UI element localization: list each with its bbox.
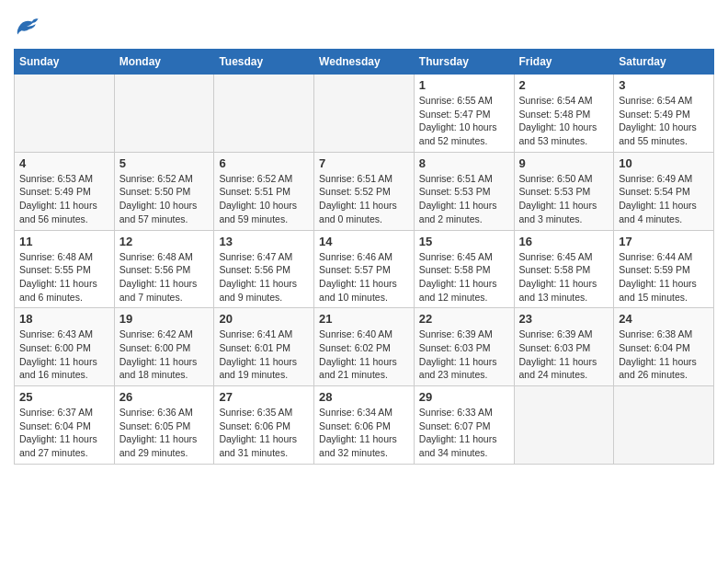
- day-info: Sunrise: 6:50 AMSunset: 5:53 PMDaylight:…: [519, 172, 609, 226]
- table-row: 26Sunrise: 6:36 AMSunset: 6:05 PMDayligh…: [114, 386, 214, 465]
- day-number: 6: [219, 156, 309, 170]
- day-number: 15: [419, 235, 509, 248]
- day-number: 14: [319, 235, 409, 248]
- table-row: 17Sunrise: 6:44 AMSunset: 5:59 PMDayligh…: [614, 230, 714, 308]
- day-info: Sunrise: 6:48 AMSunset: 5:55 PMDaylight:…: [19, 250, 109, 304]
- day-number: 9: [519, 156, 609, 170]
- day-info: Sunrise: 6:52 AMSunset: 5:50 PMDaylight:…: [119, 172, 210, 226]
- day-info: Sunrise: 6:39 AMSunset: 6:03 PMDaylight:…: [519, 327, 609, 382]
- calendar-table: SundayMondayTuesdayWednesdayThursdayFrid…: [14, 49, 714, 465]
- header-row: SundayMondayTuesdayWednesdayThursdayFrid…: [15, 50, 714, 75]
- day-info: Sunrise: 6:42 AMSunset: 6:00 PMDaylight:…: [119, 327, 210, 382]
- day-info: Sunrise: 6:41 AMSunset: 6:01 PMDaylight:…: [219, 327, 309, 382]
- day-number: 18: [19, 312, 109, 326]
- day-number: 10: [619, 156, 709, 170]
- col-header-tuesday: Tuesday: [214, 50, 314, 75]
- week-row-2: 4Sunrise: 6:53 AMSunset: 5:49 PMDaylight…: [15, 152, 714, 230]
- table-row: 28Sunrise: 6:34 AMSunset: 6:06 PMDayligh…: [314, 386, 415, 465]
- table-row: 20Sunrise: 6:41 AMSunset: 6:01 PMDayligh…: [214, 308, 314, 386]
- day-number: 7: [319, 156, 409, 170]
- day-info: Sunrise: 6:44 AMSunset: 5:59 PMDaylight:…: [619, 250, 709, 304]
- logo-bird-icon: [14, 14, 40, 40]
- col-header-monday: Monday: [114, 50, 214, 75]
- week-row-4: 18Sunrise: 6:43 AMSunset: 6:00 PMDayligh…: [15, 308, 714, 386]
- col-header-saturday: Saturday: [614, 50, 714, 75]
- day-info: Sunrise: 6:35 AMSunset: 6:06 PMDaylight:…: [219, 406, 309, 460]
- table-row: 29Sunrise: 6:33 AMSunset: 6:07 PMDayligh…: [414, 386, 514, 465]
- table-row: 14Sunrise: 6:46 AMSunset: 5:57 PMDayligh…: [314, 230, 415, 308]
- table-row: 27Sunrise: 6:35 AMSunset: 6:06 PMDayligh…: [214, 386, 314, 465]
- table-row: 12Sunrise: 6:48 AMSunset: 5:56 PMDayligh…: [114, 230, 214, 308]
- day-number: 4: [19, 156, 109, 170]
- col-header-sunday: Sunday: [15, 50, 115, 75]
- day-number: 2: [519, 78, 609, 92]
- table-row: 10Sunrise: 6:49 AMSunset: 5:54 PMDayligh…: [614, 152, 714, 230]
- table-row: 13Sunrise: 6:47 AMSunset: 5:56 PMDayligh…: [214, 230, 314, 308]
- table-row: [614, 386, 714, 465]
- day-info: Sunrise: 6:46 AMSunset: 5:57 PMDaylight:…: [319, 250, 409, 304]
- page-header: [14, 14, 714, 40]
- day-info: Sunrise: 6:38 AMSunset: 6:04 PMDaylight:…: [619, 327, 709, 382]
- table-row: 5Sunrise: 6:52 AMSunset: 5:50 PMDaylight…: [114, 152, 214, 230]
- table-row: 22Sunrise: 6:39 AMSunset: 6:03 PMDayligh…: [414, 308, 514, 386]
- day-info: Sunrise: 6:48 AMSunset: 5:56 PMDaylight:…: [119, 250, 210, 304]
- table-row: [114, 75, 214, 153]
- day-number: 12: [119, 235, 210, 248]
- day-number: 13: [219, 235, 309, 248]
- day-number: 3: [619, 78, 709, 92]
- table-row: 2Sunrise: 6:54 AMSunset: 5:48 PMDaylight…: [514, 75, 614, 153]
- day-number: 20: [219, 312, 309, 326]
- day-number: 28: [319, 390, 409, 404]
- day-info: Sunrise: 6:36 AMSunset: 6:05 PMDaylight:…: [119, 406, 210, 460]
- day-info: Sunrise: 6:47 AMSunset: 5:56 PMDaylight:…: [219, 250, 309, 304]
- table-row: 8Sunrise: 6:51 AMSunset: 5:53 PMDaylight…: [414, 152, 514, 230]
- table-row: [514, 386, 614, 465]
- day-info: Sunrise: 6:51 AMSunset: 5:53 PMDaylight:…: [419, 172, 509, 226]
- week-row-1: 1Sunrise: 6:55 AMSunset: 5:47 PMDaylight…: [15, 75, 714, 153]
- table-row: [15, 75, 115, 153]
- table-row: 18Sunrise: 6:43 AMSunset: 6:00 PMDayligh…: [15, 308, 115, 386]
- table-row: 24Sunrise: 6:38 AMSunset: 6:04 PMDayligh…: [614, 308, 714, 386]
- day-info: Sunrise: 6:33 AMSunset: 6:07 PMDaylight:…: [419, 406, 509, 460]
- table-row: 11Sunrise: 6:48 AMSunset: 5:55 PMDayligh…: [15, 230, 115, 308]
- day-info: Sunrise: 6:34 AMSunset: 6:06 PMDaylight:…: [319, 406, 409, 460]
- day-number: 1: [419, 78, 509, 92]
- table-row: 6Sunrise: 6:52 AMSunset: 5:51 PMDaylight…: [214, 152, 314, 230]
- day-info: Sunrise: 6:54 AMSunset: 5:48 PMDaylight:…: [519, 94, 609, 148]
- col-header-wednesday: Wednesday: [314, 50, 415, 75]
- day-number: 21: [319, 312, 409, 326]
- day-info: Sunrise: 6:45 AMSunset: 5:58 PMDaylight:…: [419, 250, 509, 304]
- day-info: Sunrise: 6:39 AMSunset: 6:03 PMDaylight:…: [419, 327, 509, 382]
- day-number: 16: [519, 235, 609, 248]
- day-info: Sunrise: 6:51 AMSunset: 5:52 PMDaylight:…: [319, 172, 409, 226]
- col-header-friday: Friday: [514, 50, 614, 75]
- table-row: 25Sunrise: 6:37 AMSunset: 6:04 PMDayligh…: [15, 386, 115, 465]
- day-info: Sunrise: 6:43 AMSunset: 6:00 PMDaylight:…: [19, 327, 109, 382]
- table-row: 3Sunrise: 6:54 AMSunset: 5:49 PMDaylight…: [614, 75, 714, 153]
- table-row: 7Sunrise: 6:51 AMSunset: 5:52 PMDaylight…: [314, 152, 415, 230]
- day-number: 22: [419, 312, 509, 326]
- day-number: 5: [119, 156, 210, 170]
- day-number: 26: [119, 390, 210, 404]
- day-info: Sunrise: 6:52 AMSunset: 5:51 PMDaylight:…: [219, 172, 309, 226]
- day-number: 25: [19, 390, 109, 404]
- day-info: Sunrise: 6:49 AMSunset: 5:54 PMDaylight:…: [619, 172, 709, 226]
- day-number: 29: [419, 390, 509, 404]
- table-row: 1Sunrise: 6:55 AMSunset: 5:47 PMDaylight…: [414, 75, 514, 153]
- logo: [14, 14, 43, 40]
- day-number: 17: [619, 235, 709, 248]
- day-number: 11: [19, 235, 109, 248]
- table-row: [214, 75, 314, 153]
- day-info: Sunrise: 6:54 AMSunset: 5:49 PMDaylight:…: [619, 94, 709, 148]
- day-info: Sunrise: 6:55 AMSunset: 5:47 PMDaylight:…: [419, 94, 509, 148]
- day-number: 23: [519, 312, 609, 326]
- day-info: Sunrise: 6:37 AMSunset: 6:04 PMDaylight:…: [19, 406, 109, 460]
- day-info: Sunrise: 6:40 AMSunset: 6:02 PMDaylight:…: [319, 327, 409, 382]
- day-info: Sunrise: 6:45 AMSunset: 5:58 PMDaylight:…: [519, 250, 609, 304]
- week-row-5: 25Sunrise: 6:37 AMSunset: 6:04 PMDayligh…: [15, 386, 714, 465]
- table-row: 21Sunrise: 6:40 AMSunset: 6:02 PMDayligh…: [314, 308, 415, 386]
- table-row: 9Sunrise: 6:50 AMSunset: 5:53 PMDaylight…: [514, 152, 614, 230]
- table-row: 23Sunrise: 6:39 AMSunset: 6:03 PMDayligh…: [514, 308, 614, 386]
- table-row: 16Sunrise: 6:45 AMSunset: 5:58 PMDayligh…: [514, 230, 614, 308]
- table-row: 19Sunrise: 6:42 AMSunset: 6:00 PMDayligh…: [114, 308, 214, 386]
